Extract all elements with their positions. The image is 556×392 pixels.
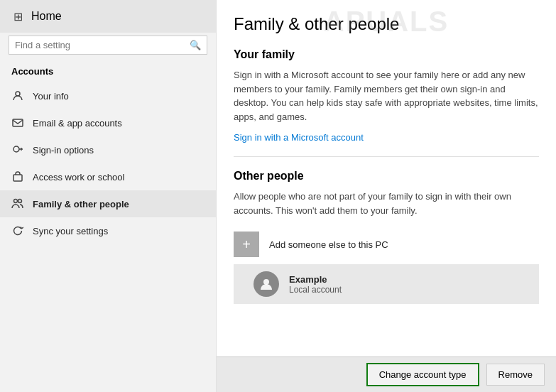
accounts-section-title: Accounts bbox=[0, 62, 216, 82]
section-divider bbox=[234, 156, 539, 157]
change-account-type-button[interactable]: Change account type bbox=[366, 363, 479, 386]
svg-point-2 bbox=[13, 146, 19, 152]
sync-icon bbox=[11, 224, 24, 237]
signin-microsoft-link[interactable]: Sign in with a Microsoft account bbox=[234, 132, 364, 143]
other-people-title: Other people bbox=[234, 170, 539, 183]
page-title: Family & other people bbox=[234, 14, 539, 34]
your-family-title: Your family bbox=[234, 48, 539, 61]
add-icon: + bbox=[234, 232, 259, 257]
add-person-label: Add someone else to this PC bbox=[269, 239, 388, 250]
main-content: APUALS Family & other people Your family… bbox=[217, 0, 556, 356]
sidebar-item-label: Email & app accounts bbox=[33, 118, 122, 129]
svg-point-5 bbox=[18, 200, 22, 203]
sidebar-home-button[interactable]: ⊞ Home bbox=[0, 0, 216, 33]
action-bar: Change account type Remove bbox=[217, 356, 556, 392]
sidebar-item-email[interactable]: Email & app accounts bbox=[0, 109, 216, 136]
sidebar-item-label: Sign-in options bbox=[33, 145, 94, 156]
sidebar-item-signin[interactable]: Sign-in options bbox=[0, 136, 216, 163]
your-family-description: Sign in with a Microsoft account to see … bbox=[234, 68, 539, 124]
work-icon bbox=[11, 170, 24, 183]
sidebar-item-label: Access work or school bbox=[33, 172, 124, 183]
user-info: Example Local account bbox=[289, 274, 539, 295]
sidebar-item-sync[interactable]: Sync your settings bbox=[0, 217, 216, 244]
sidebar-item-label: Your info bbox=[33, 91, 69, 102]
user-type: Local account bbox=[289, 285, 539, 295]
remove-button[interactable]: Remove bbox=[486, 364, 545, 386]
sidebar-item-family[interactable]: Family & other people bbox=[0, 190, 216, 217]
user-avatar bbox=[254, 271, 279, 297]
your-info-icon bbox=[11, 89, 24, 102]
home-icon: ⊞ bbox=[11, 10, 24, 23]
sidebar: ⊞ Home 🔍 Accounts Your info Email & app … bbox=[0, 0, 217, 392]
sidebar-item-work-school[interactable]: Access work or school bbox=[0, 163, 216, 190]
key-icon bbox=[11, 143, 24, 156]
add-person-row[interactable]: + Add someone else to this PC bbox=[234, 224, 539, 264]
sidebar-item-your-info[interactable]: Your info bbox=[0, 82, 216, 109]
sidebar-item-label: Family & other people bbox=[33, 199, 129, 209]
home-label: Home bbox=[31, 10, 62, 23]
svg-point-6 bbox=[263, 279, 269, 285]
svg-point-4 bbox=[14, 200, 18, 203]
user-row: Example Local account bbox=[234, 264, 539, 304]
svg-point-0 bbox=[16, 92, 20, 96]
svg-rect-3 bbox=[13, 175, 22, 181]
family-icon bbox=[11, 197, 24, 210]
email-icon bbox=[11, 116, 24, 129]
search-input[interactable] bbox=[15, 40, 185, 50]
search-icon: 🔍 bbox=[190, 40, 201, 50]
user-name: Example bbox=[289, 274, 539, 285]
svg-rect-1 bbox=[13, 119, 23, 126]
sidebar-item-label: Sync your settings bbox=[33, 226, 108, 236]
other-people-description: Allow people who are not part of your fa… bbox=[234, 190, 539, 217]
search-box[interactable]: 🔍 bbox=[9, 36, 207, 55]
main-wrapper: APUALS Family & other people Your family… bbox=[217, 0, 556, 392]
